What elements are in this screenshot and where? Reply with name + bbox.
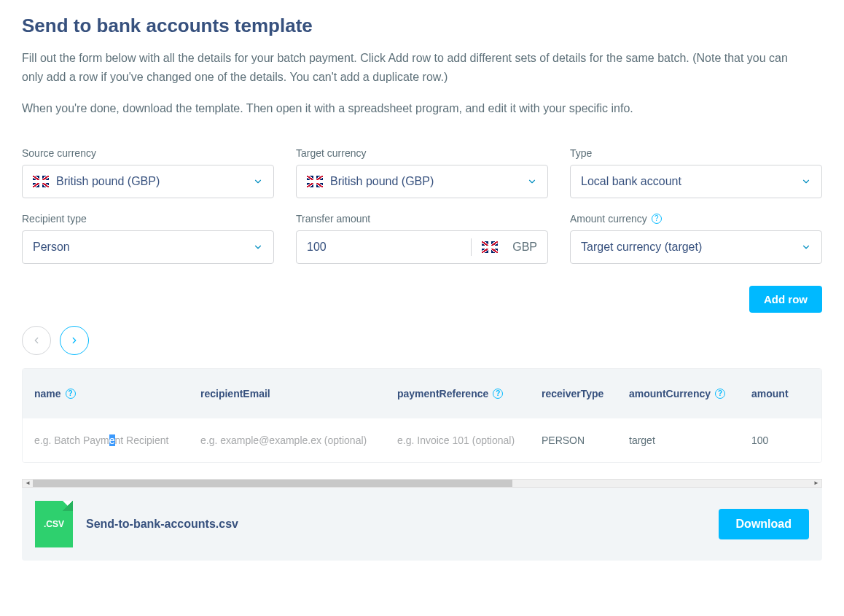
chevron-down-icon (801, 242, 811, 252)
th-payment-reference: paymentReference ? (397, 388, 542, 399)
target-currency-select[interactable]: British pound (GBP) (296, 165, 548, 198)
th-recipient-email: recipientEmail (200, 388, 397, 399)
download-bar: .CSV Send-to-bank-accounts.csv Download (22, 488, 822, 561)
pager-next-button[interactable] (60, 326, 89, 355)
td-amount: 100 (751, 434, 810, 446)
table-header: name ? recipientEmail paymentReference ?… (23, 369, 821, 418)
chevron-down-icon (527, 176, 537, 187)
transfer-amount-field: Transfer amount GBP (296, 213, 548, 264)
table-row: e.g. Batch Payment Recipient PERSON targ… (23, 418, 821, 462)
filename: Send-to-bank-accounts.csv (86, 518, 719, 531)
amount-currency-label-text: Amount currency (570, 213, 647, 225)
scrollbar-thumb[interactable] (33, 480, 512, 487)
add-row-wrap: Add row (22, 286, 822, 313)
add-row-button[interactable]: Add row (749, 286, 822, 313)
type-select[interactable]: Local bank account (570, 165, 822, 198)
amount-currency-select[interactable]: Target currency (target) (570, 230, 822, 264)
th-payment-reference-text: paymentReference (397, 388, 488, 399)
td-receiver-type: PERSON (542, 434, 629, 446)
pager-prev-button (22, 326, 51, 355)
gb-flag-icon (307, 176, 323, 187)
help-icon[interactable]: ? (652, 214, 662, 224)
help-icon[interactable]: ? (493, 389, 503, 399)
amount-currency-field: Amount currency ? Target currency (targe… (570, 213, 822, 264)
td-name[interactable]: e.g. Batch Payment Recipient (34, 434, 200, 446)
page-desc-1: Fill out the form below with all the det… (22, 49, 809, 86)
chevron-left-icon (31, 335, 42, 346)
name-input-placeholder: e.g. Batch Payment Recipient (34, 434, 168, 446)
recipient-type-label: Recipient type (22, 213, 274, 225)
page-desc-2: When you're done, download the template.… (22, 99, 809, 118)
horizontal-scrollbar[interactable]: ◄ ► (22, 479, 822, 488)
type-value: Local bank account (581, 175, 801, 188)
source-currency-label: Source currency (22, 147, 274, 159)
td-email[interactable] (200, 434, 397, 446)
divider (471, 238, 472, 256)
source-currency-value: British pound (GBP) (56, 175, 253, 188)
chevron-right-icon (69, 335, 79, 346)
amount-currency-value: Target currency (target) (581, 241, 801, 254)
gb-flag-icon (33, 176, 49, 187)
data-table: name ? recipientEmail paymentReference ?… (22, 368, 822, 463)
target-currency-field: Target currency British pound (GBP) (296, 147, 548, 198)
gb-flag-icon (482, 241, 498, 253)
target-currency-label: Target currency (296, 147, 548, 159)
page-title: Send to bank accounts template (22, 15, 822, 37)
th-amount-currency: amountCurrency ? (629, 388, 751, 399)
td-reference[interactable] (397, 434, 542, 446)
download-button[interactable]: Download (719, 509, 809, 539)
th-receiver-type: receiverType (542, 388, 629, 399)
type-label: Type (570, 147, 822, 159)
csv-file-icon: .CSV (35, 501, 73, 547)
help-icon[interactable]: ? (715, 389, 725, 399)
transfer-amount-control: GBP (296, 230, 548, 264)
th-name: name ? (34, 388, 200, 399)
source-currency-select[interactable]: British pound (GBP) (22, 165, 274, 198)
help-icon[interactable]: ? (66, 389, 76, 399)
th-amount-currency-text: amountCurrency (629, 388, 711, 399)
chevron-down-icon (801, 176, 811, 187)
chevron-down-icon (253, 176, 263, 187)
transfer-amount-input[interactable] (307, 241, 461, 254)
chevron-down-icon (253, 242, 263, 252)
amount-currency-label: Amount currency ? (570, 213, 822, 225)
transfer-amount-currency: GBP (512, 241, 537, 254)
recipient-email-input[interactable] (200, 434, 397, 446)
recipient-type-value: Person (33, 241, 253, 254)
source-currency-field: Source currency British pound (GBP) (22, 147, 274, 198)
td-amount-currency: target (629, 434, 751, 446)
recipient-type-field: Recipient type Person (22, 213, 274, 264)
transfer-amount-label: Transfer amount (296, 213, 548, 225)
target-currency-value: British pound (GBP) (330, 175, 527, 188)
type-field: Type Local bank account (570, 147, 822, 198)
payment-reference-input[interactable] (397, 434, 542, 446)
form-grid: Source currency British pound (GBP) Targ… (22, 147, 822, 264)
pager (22, 326, 822, 355)
th-amount: amount (751, 388, 810, 399)
recipient-type-select[interactable]: Person (22, 230, 274, 264)
scroll-right-icon[interactable]: ► (811, 480, 821, 487)
scroll-left-icon[interactable]: ◄ (23, 480, 33, 487)
th-name-text: name (34, 388, 61, 399)
